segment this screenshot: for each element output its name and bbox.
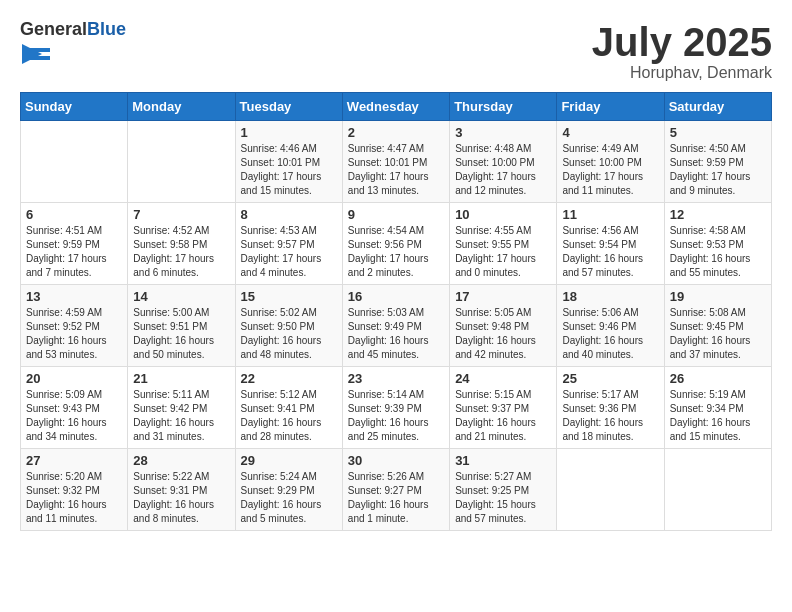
calendar-cell: 17Sunrise: 5:05 AM Sunset: 9:48 PM Dayli… xyxy=(450,285,557,367)
svg-marker-0 xyxy=(22,44,42,64)
calendar-cell: 12Sunrise: 4:58 AM Sunset: 9:53 PM Dayli… xyxy=(664,203,771,285)
calendar-week-row: 1Sunrise: 4:46 AM Sunset: 10:01 PM Dayli… xyxy=(21,121,772,203)
day-number: 10 xyxy=(455,207,551,222)
calendar-cell xyxy=(21,121,128,203)
logo-general: General xyxy=(20,19,87,39)
day-number: 13 xyxy=(26,289,122,304)
title-area: July 2025 Horuphav, Denmark xyxy=(592,20,772,82)
calendar-cell: 29Sunrise: 5:24 AM Sunset: 9:29 PM Dayli… xyxy=(235,449,342,531)
calendar-cell: 13Sunrise: 4:59 AM Sunset: 9:52 PM Dayli… xyxy=(21,285,128,367)
calendar-cell xyxy=(128,121,235,203)
day-of-week-header: Thursday xyxy=(450,93,557,121)
day-number: 9 xyxy=(348,207,444,222)
day-number: 4 xyxy=(562,125,658,140)
calendar-cell: 26Sunrise: 5:19 AM Sunset: 9:34 PM Dayli… xyxy=(664,367,771,449)
day-info: Sunrise: 5:11 AM Sunset: 9:42 PM Dayligh… xyxy=(133,388,229,444)
calendar-cell: 23Sunrise: 5:14 AM Sunset: 9:39 PM Dayli… xyxy=(342,367,449,449)
day-info: Sunrise: 4:58 AM Sunset: 9:53 PM Dayligh… xyxy=(670,224,766,280)
day-of-week-header: Tuesday xyxy=(235,93,342,121)
day-info: Sunrise: 5:06 AM Sunset: 9:46 PM Dayligh… xyxy=(562,306,658,362)
day-number: 31 xyxy=(455,453,551,468)
day-number: 5 xyxy=(670,125,766,140)
day-info: Sunrise: 4:49 AM Sunset: 10:00 PM Daylig… xyxy=(562,142,658,198)
calendar-cell: 9Sunrise: 4:54 AM Sunset: 9:56 PM Daylig… xyxy=(342,203,449,285)
day-number: 24 xyxy=(455,371,551,386)
calendar-cell: 20Sunrise: 5:09 AM Sunset: 9:43 PM Dayli… xyxy=(21,367,128,449)
calendar-cell: 21Sunrise: 5:11 AM Sunset: 9:42 PM Dayli… xyxy=(128,367,235,449)
day-info: Sunrise: 5:08 AM Sunset: 9:45 PM Dayligh… xyxy=(670,306,766,362)
day-number: 18 xyxy=(562,289,658,304)
day-number: 30 xyxy=(348,453,444,468)
day-info: Sunrise: 4:50 AM Sunset: 9:59 PM Dayligh… xyxy=(670,142,766,198)
calendar-cell: 19Sunrise: 5:08 AM Sunset: 9:45 PM Dayli… xyxy=(664,285,771,367)
calendar-cell: 22Sunrise: 5:12 AM Sunset: 9:41 PM Dayli… xyxy=(235,367,342,449)
calendar-cell: 10Sunrise: 4:55 AM Sunset: 9:55 PM Dayli… xyxy=(450,203,557,285)
day-number: 29 xyxy=(241,453,337,468)
calendar-cell xyxy=(664,449,771,531)
day-number: 8 xyxy=(241,207,337,222)
day-number: 14 xyxy=(133,289,229,304)
day-info: Sunrise: 4:48 AM Sunset: 10:00 PM Daylig… xyxy=(455,142,551,198)
day-number: 19 xyxy=(670,289,766,304)
calendar-cell: 28Sunrise: 5:22 AM Sunset: 9:31 PM Dayli… xyxy=(128,449,235,531)
day-info: Sunrise: 5:03 AM Sunset: 9:49 PM Dayligh… xyxy=(348,306,444,362)
svg-marker-1 xyxy=(30,48,50,52)
calendar-header-row: SundayMondayTuesdayWednesdayThursdayFrid… xyxy=(21,93,772,121)
svg-marker-2 xyxy=(30,56,50,60)
page-header: GeneralBlue July 2025 Horuphav, Denmark xyxy=(20,20,772,82)
day-number: 3 xyxy=(455,125,551,140)
day-info: Sunrise: 4:56 AM Sunset: 9:54 PM Dayligh… xyxy=(562,224,658,280)
day-info: Sunrise: 5:12 AM Sunset: 9:41 PM Dayligh… xyxy=(241,388,337,444)
day-info: Sunrise: 4:51 AM Sunset: 9:59 PM Dayligh… xyxy=(26,224,122,280)
day-number: 28 xyxy=(133,453,229,468)
calendar-cell: 11Sunrise: 4:56 AM Sunset: 9:54 PM Dayli… xyxy=(557,203,664,285)
calendar-week-row: 6Sunrise: 4:51 AM Sunset: 9:59 PM Daylig… xyxy=(21,203,772,285)
day-number: 2 xyxy=(348,125,444,140)
day-info: Sunrise: 5:00 AM Sunset: 9:51 PM Dayligh… xyxy=(133,306,229,362)
day-of-week-header: Wednesday xyxy=(342,93,449,121)
day-number: 22 xyxy=(241,371,337,386)
calendar-cell: 1Sunrise: 4:46 AM Sunset: 10:01 PM Dayli… xyxy=(235,121,342,203)
calendar-cell xyxy=(557,449,664,531)
calendar-cell: 31Sunrise: 5:27 AM Sunset: 9:25 PM Dayli… xyxy=(450,449,557,531)
calendar-cell: 4Sunrise: 4:49 AM Sunset: 10:00 PM Dayli… xyxy=(557,121,664,203)
day-info: Sunrise: 5:26 AM Sunset: 9:27 PM Dayligh… xyxy=(348,470,444,526)
calendar-week-row: 13Sunrise: 4:59 AM Sunset: 9:52 PM Dayli… xyxy=(21,285,772,367)
day-of-week-header: Sunday xyxy=(21,93,128,121)
calendar-cell: 2Sunrise: 4:47 AM Sunset: 10:01 PM Dayli… xyxy=(342,121,449,203)
calendar-cell: 3Sunrise: 4:48 AM Sunset: 10:00 PM Dayli… xyxy=(450,121,557,203)
location-subtitle: Horuphav, Denmark xyxy=(592,64,772,82)
day-of-week-header: Friday xyxy=(557,93,664,121)
logo: GeneralBlue xyxy=(20,20,126,72)
calendar-cell: 25Sunrise: 5:17 AM Sunset: 9:36 PM Dayli… xyxy=(557,367,664,449)
day-number: 26 xyxy=(670,371,766,386)
calendar-cell: 16Sunrise: 5:03 AM Sunset: 9:49 PM Dayli… xyxy=(342,285,449,367)
day-number: 15 xyxy=(241,289,337,304)
calendar-week-row: 27Sunrise: 5:20 AM Sunset: 9:32 PM Dayli… xyxy=(21,449,772,531)
calendar-cell: 30Sunrise: 5:26 AM Sunset: 9:27 PM Dayli… xyxy=(342,449,449,531)
day-number: 1 xyxy=(241,125,337,140)
calendar-cell: 15Sunrise: 5:02 AM Sunset: 9:50 PM Dayli… xyxy=(235,285,342,367)
calendar-cell: 6Sunrise: 4:51 AM Sunset: 9:59 PM Daylig… xyxy=(21,203,128,285)
day-info: Sunrise: 4:59 AM Sunset: 9:52 PM Dayligh… xyxy=(26,306,122,362)
calendar-cell: 14Sunrise: 5:00 AM Sunset: 9:51 PM Dayli… xyxy=(128,285,235,367)
day-info: Sunrise: 4:53 AM Sunset: 9:57 PM Dayligh… xyxy=(241,224,337,280)
day-info: Sunrise: 4:55 AM Sunset: 9:55 PM Dayligh… xyxy=(455,224,551,280)
day-info: Sunrise: 5:19 AM Sunset: 9:34 PM Dayligh… xyxy=(670,388,766,444)
day-info: Sunrise: 4:52 AM Sunset: 9:58 PM Dayligh… xyxy=(133,224,229,280)
calendar-cell: 18Sunrise: 5:06 AM Sunset: 9:46 PM Dayli… xyxy=(557,285,664,367)
calendar-table: SundayMondayTuesdayWednesdayThursdayFrid… xyxy=(20,92,772,531)
day-number: 17 xyxy=(455,289,551,304)
day-number: 25 xyxy=(562,371,658,386)
logo-blue: Blue xyxy=(87,19,126,39)
day-number: 7 xyxy=(133,207,229,222)
day-number: 11 xyxy=(562,207,658,222)
day-of-week-header: Saturday xyxy=(664,93,771,121)
day-info: Sunrise: 5:02 AM Sunset: 9:50 PM Dayligh… xyxy=(241,306,337,362)
day-info: Sunrise: 4:54 AM Sunset: 9:56 PM Dayligh… xyxy=(348,224,444,280)
day-info: Sunrise: 5:20 AM Sunset: 9:32 PM Dayligh… xyxy=(26,470,122,526)
day-info: Sunrise: 4:46 AM Sunset: 10:01 PM Daylig… xyxy=(241,142,337,198)
day-info: Sunrise: 5:15 AM Sunset: 9:37 PM Dayligh… xyxy=(455,388,551,444)
day-number: 21 xyxy=(133,371,229,386)
day-number: 20 xyxy=(26,371,122,386)
